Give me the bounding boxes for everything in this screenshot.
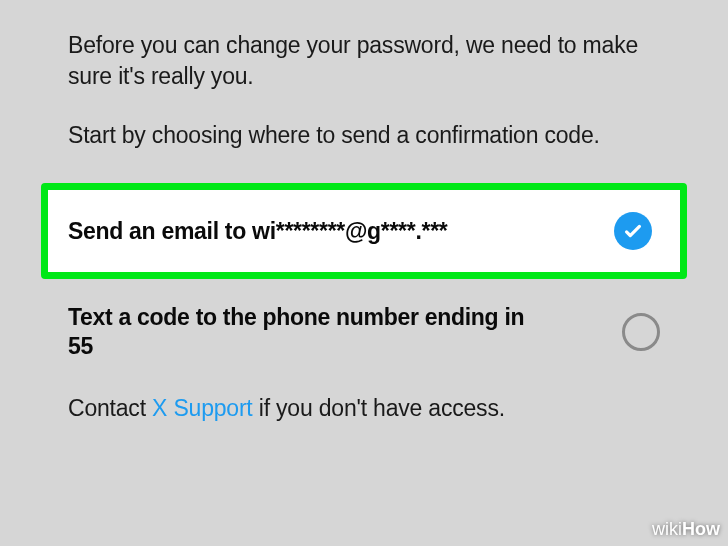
verification-screen: Before you can change your password, we … [0, 0, 728, 422]
radio-selected-icon [614, 212, 652, 250]
check-icon [622, 220, 644, 242]
option-email-label: Send an email to wi********@g****.*** [68, 218, 447, 245]
watermark-part1: wiki [652, 519, 682, 539]
watermark-part2: How [682, 519, 720, 539]
footer-text: Contact X Support if you don't have acce… [68, 395, 660, 422]
option-email[interactable]: Send an email to wi********@g****.*** [41, 183, 687, 279]
instruction-paragraph: Start by choosing where to send a confir… [68, 120, 660, 151]
footer-suffix: if you don't have access. [253, 395, 505, 421]
wikihow-watermark: wikiHow [652, 519, 720, 540]
footer-prefix: Contact [68, 395, 152, 421]
intro-paragraph: Before you can change your password, we … [68, 30, 660, 92]
option-phone-label: Text a code to the phone number ending i… [68, 303, 538, 361]
support-link[interactable]: X Support [152, 395, 253, 421]
radio-unselected-icon [622, 313, 660, 351]
option-phone[interactable]: Text a code to the phone number ending i… [68, 295, 660, 369]
